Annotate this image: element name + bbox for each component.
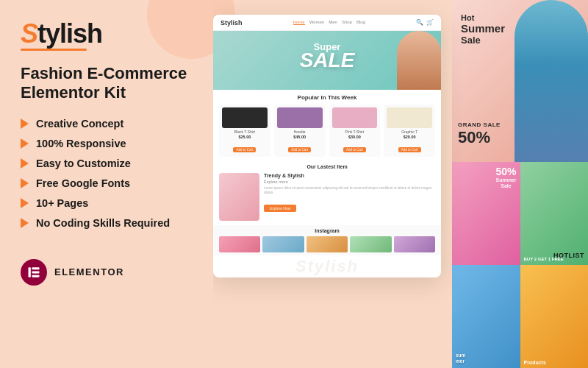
logo-rest: tylish <box>37 18 102 49</box>
feature-responsive: 100% Responsive <box>21 138 193 149</box>
latest-title: Our Lastest Item <box>219 164 435 169</box>
right-grid: 50% Summer Sale Hotlist BUY 2 GET 1 FREE… <box>452 162 588 368</box>
products-row: Black T-Shirt $25.00 Add to Cart Hoodie … <box>213 105 441 161</box>
arrow-icon <box>21 198 29 208</box>
feature-label: Creative Concept <box>36 118 123 130</box>
product-name-2: Hoodie <box>277 130 323 134</box>
grand-sale-area: Grand Sale 50% <box>458 121 501 147</box>
hero-model-silhouette <box>397 31 441 90</box>
nav-home: Home <box>293 20 305 25</box>
grid-cell-2: Hotlist BUY 2 GET 1 FREE <box>520 162 589 265</box>
instagram-image-3 <box>306 236 348 252</box>
add-to-cart-btn-1[interactable]: Add to Cart <box>233 147 256 152</box>
right-hero-model <box>514 0 588 162</box>
popular-title: Popular In This Week <box>213 90 441 105</box>
instagram-image-1 <box>219 236 260 252</box>
search-icon: 🔍 <box>416 19 423 26</box>
mockup-hero: Super SALE <box>213 31 441 90</box>
product-name-4: Graphic T <box>387 130 432 134</box>
summer-text: Summer <box>461 22 505 35</box>
product-image-graphic <box>387 107 432 128</box>
tagline-line1: Fashion E-Commerce <box>21 64 187 82</box>
product-price-3: $30.00 <box>332 135 378 139</box>
grid-cell-1: 50% Summer Sale <box>452 162 520 265</box>
feature-label: 10+ Pages <box>36 197 88 209</box>
feature-pages: 10+ Pages <box>21 197 193 209</box>
logo-underline <box>21 49 87 51</box>
feature-creative-concept: Creative Concept <box>21 118 193 130</box>
grid-cell-3: summer <box>452 265 520 368</box>
product-price-4: $20.00 <box>387 135 432 139</box>
latest-info: Trendy & Stylish Explore more Lorem ipsu… <box>264 173 435 213</box>
feature-no-coding: No Coding Skills Required <box>21 217 193 229</box>
mockup-logo: Stylish <box>220 19 243 26</box>
tagline-line2: Elementor Kit <box>21 83 126 102</box>
products-label: Products <box>524 360 546 365</box>
logo-s: S <box>21 18 37 49</box>
mockup-watermark: Stylish <box>213 255 441 277</box>
grid-cell-4: Products <box>520 265 589 368</box>
add-to-cart-btn-4[interactable]: Add to Cart <box>398 147 421 152</box>
hero-sale-text: SALE <box>300 50 355 71</box>
product-image-pink <box>332 107 378 128</box>
summer-grid-text: summer <box>456 353 465 364</box>
hot-text: Hot <box>461 13 505 22</box>
mockup-header-icons: 🔍 🛒 <box>416 19 434 26</box>
mockup-right-panel: Hot Summer Sale Grand Sale 50% 50% Summe… <box>452 0 588 368</box>
svg-rect-0 <box>29 267 31 277</box>
product-image-purple <box>277 107 323 128</box>
feature-google-fonts: Free Google Fonts <box>21 177 193 189</box>
feature-label: Free Google Fonts <box>36 177 130 189</box>
product-price-2: $45.00 <box>277 135 323 139</box>
latest-item-title: Trendy & Stylish <box>264 173 435 178</box>
grand-sale-text: Grand Sale <box>458 121 501 128</box>
sale-text: Sale <box>461 35 505 46</box>
arrow-icon <box>21 158 29 169</box>
features-list: Creative Concept 100% Responsive Easy to… <box>21 118 193 237</box>
elementor-logo-svg <box>26 265 41 280</box>
right-panel: Stylish Home Women Men Shop Blog 🔍 🛒 Sup… <box>213 0 588 368</box>
feature-label: 100% Responsive <box>36 138 126 149</box>
explore-now-btn[interactable]: Explore Now <box>264 205 296 212</box>
feature-easy-customize: Easy to Customize <box>21 158 193 169</box>
product-card-4: Graphic T $20.00 Add to Cart <box>384 105 435 157</box>
logo-area: Stylish <box>21 21 193 51</box>
tagline: Fashion E-Commerce Elementor Kit <box>21 64 193 103</box>
grand-sale-percent: 50% <box>458 128 501 147</box>
add-to-cart-btn-3[interactable]: Add to Cart <box>343 147 366 152</box>
latest-item-image <box>219 173 259 221</box>
add-to-cart-btn-2[interactable]: Add to Cart <box>288 147 311 152</box>
nav-men: Men <box>329 20 337 25</box>
feature-label: Easy to Customize <box>36 158 131 169</box>
product-card-1: Black T-Shirt $25.00 Add to Cart <box>219 105 270 157</box>
left-panel: Stylish Fashion E-Commerce Elementor Kit… <box>0 0 213 368</box>
instagram-image-2 <box>262 236 304 252</box>
mockup-header: Stylish Home Women Men Shop Blog 🔍 🛒 <box>213 15 441 31</box>
mockup-nav: Home Women Men Shop Blog <box>293 20 365 25</box>
svg-rect-3 <box>32 275 40 277</box>
arrow-icon <box>21 138 29 149</box>
instagram-image-5 <box>394 236 435 252</box>
product-name-1: Black T-Shirt <box>222 130 268 134</box>
product-image-black <box>222 107 268 128</box>
arrow-icon <box>21 218 29 228</box>
instagram-grid <box>219 236 435 252</box>
right-hero-top: Hot Summer Sale Grand Sale 50% <box>452 0 588 162</box>
elementor-label: ELEMENTOR <box>54 266 124 277</box>
svg-rect-2 <box>32 271 40 273</box>
nav-blog: Blog <box>356 20 365 25</box>
latest-item-desc: Lorem ipsum dolor sit amet consectetur a… <box>264 186 435 196</box>
latest-row: Trendy & Stylish Explore more Lorem ipsu… <box>219 173 435 221</box>
arrow-icon <box>21 178 29 188</box>
product-card-2: Hoodie $45.00 Add to Cart <box>274 105 326 157</box>
product-name-3: Pink T-Shirt <box>332 130 378 134</box>
elementor-badge: ELEMENTOR <box>21 259 193 286</box>
svg-rect-1 <box>32 267 40 269</box>
instagram-image-4 <box>350 236 391 252</box>
logo: Stylish <box>21 21 193 47</box>
instagram-title: Instagram <box>219 228 435 233</box>
latest-section: Our Lastest Item Trendy & Stylish Explor… <box>213 161 441 225</box>
product-price-1: $25.00 <box>222 135 268 139</box>
nav-shop: Shop <box>342 20 352 25</box>
elementor-icon <box>21 259 47 286</box>
